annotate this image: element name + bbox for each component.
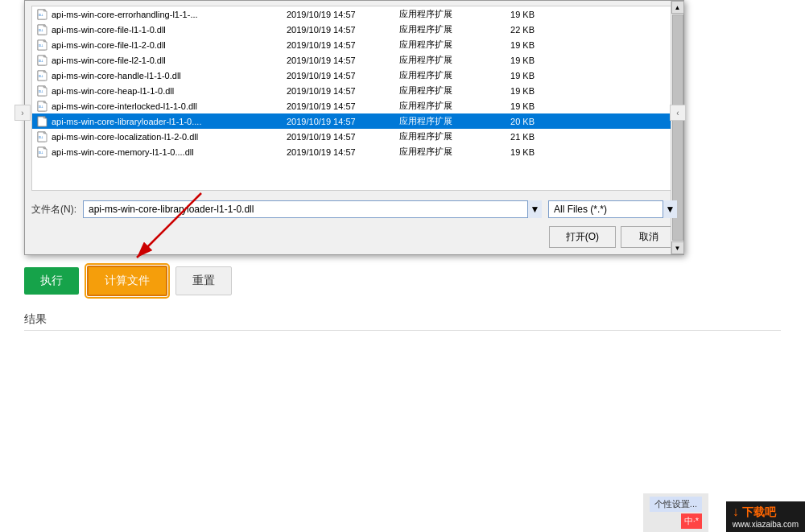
file-name-text: api-ms-win-core-heap-l1-1-0.dll [52,86,174,96]
dll-file-icon: DLL [37,116,48,127]
watermark-brand-text: 下载吧 [742,505,776,518]
chevron-right-icon: ‹ [676,109,679,118]
file-list-item[interactable]: DLL api-ms-win-core-errorhandling-l1-1-.… [32,6,676,22]
cancel-button[interactable]: 取消 [621,226,677,248]
chevron-left-icon: › [21,109,23,118]
file-name-cell: DLL api-ms-win-core-localization-l1-2-0.… [32,130,282,143]
dll-file-icon: DLL [37,85,48,97]
reset-button[interactable]: 重置 [175,266,232,295]
file-date-cell: 2019/10/19 14:57 [282,116,394,127]
dropdown-arrow-icon: ▼ [530,204,540,215]
file-date-cell: 2019/10/19 14:57 [282,101,394,112]
file-type-cell: 应用程序扩展 [394,53,483,67]
file-list-item[interactable]: DLL api-ms-win-core-interlocked-l1-1-0.d… [32,98,676,113]
file-name-cell: DLL api-ms-win-core-heap-l1-1-0.dll [32,85,282,97]
watermark-brand: ↓ 下载吧 [733,505,799,520]
filetype-input[interactable] [548,200,677,218]
svg-text:DLL: DLL [39,60,43,63]
file-name-cell: DLL api-ms-win-core-errorhandling-l1-1-.… [32,8,282,21]
file-name-cell: DLL api-ms-win-core-libraryloader-l1-1-0… [32,115,282,128]
file-type-cell: 应用程序扩展 [394,114,483,128]
file-date-cell: 2019/10/19 14:57 [282,24,394,35]
file-name-text: api-ms-win-core-file-l2-1-0.dll [52,56,166,65]
right-panel-toggle[interactable]: ‹ [670,105,686,121]
file-date-cell: 2019/10/19 14:57 [282,131,394,142]
filename-input-wrapper: ▼ [83,200,542,218]
execute-button[interactable]: 执行 [24,267,79,295]
svg-text:DLL: DLL [39,121,43,124]
file-type-cell: 应用程序扩展 [394,130,483,143]
filetype-dropdown-btn[interactable]: ▼ [663,200,677,218]
calculate-button[interactable]: 计算文件 [87,266,167,296]
file-name-text: api-ms-win-core-libraryloader-l1-1-0.... [52,117,201,126]
file-name-cell: DLL api-ms-win-core-file-l2-1-0.dll [32,54,282,67]
file-name-cell: DLL api-ms-win-core-file-l1-1-0.dll [32,23,282,36]
file-date-cell: 2019/10/19 14:57 [282,85,394,97]
ime-tray-item[interactable]: 中·* [681,513,702,529]
watermark-url: www.xiazaiba.com [733,520,799,529]
dialog-scrollbar[interactable]: ▲ ▼ [671,6,677,191]
file-name-cell: DLL api-ms-win-core-interlocked-l1-1-0.d… [32,100,282,113]
file-type-cell: 应用程序扩展 [394,68,483,82]
filename-label: 文件名(N): [31,203,76,217]
dll-file-icon: DLL [37,24,48,35]
file-list-container: DLL api-ms-win-core-errorhandling-l1-1-.… [31,6,677,191]
file-name-text: api-ms-win-core-localization-l1-2-0.dll [52,132,198,142]
file-name-text: api-ms-win-core-errorhandling-l1-1-... [52,10,198,19]
svg-text:DLL: DLL [39,14,43,17]
file-size-cell: 19 KB [483,85,539,97]
file-size-cell: 19 KB [483,55,539,66]
file-size-cell: 19 KB [483,70,539,81]
dll-file-icon: DLL [37,146,48,158]
file-type-cell: 应用程序扩展 [394,7,483,21]
left-panel-toggle[interactable]: › [14,105,31,121]
result-section: 结果 [24,312,781,331]
file-list-item[interactable]: DLL api-ms-win-core-file-l2-1-0.dll 2019… [32,52,676,68]
file-date-cell: 2019/10/19 14:57 [282,70,394,81]
file-size-cell: 19 KB [483,101,539,112]
open-button[interactable]: 打开(O) [549,226,616,248]
scrollbar-thumb[interactable] [672,14,678,191]
file-name-text: api-ms-win-core-file-l1-1-0.dll [52,25,166,35]
file-list-item[interactable]: DLL api-ms-win-core-file-l1-2-0.dll 2019… [32,37,676,52]
file-name-text: api-ms-win-core-memory-l1-1-0....dll [52,147,194,157]
file-name-text: api-ms-win-core-interlocked-l1-1-0.dll [52,101,197,111]
file-list-item[interactable]: DLL api-ms-win-core-libraryloader-l1-1-0… [32,113,676,129]
file-date-cell: 2019/10/19 14:57 [282,55,394,66]
file-date-cell: 2019/10/19 14:57 [282,9,394,20]
dll-file-icon: DLL [37,70,48,81]
watermark: ↓ 下载吧 www.xiazaiba.com [726,501,805,532]
svg-text:DLL: DLL [39,44,43,47]
scrollbar-up-btn[interactable]: ▲ [671,6,678,14]
file-list-item[interactable]: DLL api-ms-win-core-memory-l1-1-0....dll… [32,144,676,159]
personalize-tray-item[interactable]: 个性设置... [650,497,702,512]
file-list-item[interactable]: DLL api-ms-win-core-heap-l1-1-0.dll 2019… [32,83,676,98]
file-type-cell: 应用程序扩展 [394,145,483,159]
dll-file-icon: DLL [37,9,48,20]
dll-file-icon: DLL [37,101,48,112]
svg-text:DLL: DLL [39,75,43,78]
result-label: 结果 [24,312,781,331]
file-type-cell: 应用程序扩展 [394,99,483,113]
file-size-cell: 19 KB [483,39,539,51]
svg-text:DLL: DLL [39,105,43,109]
file-date-cell: 2019/10/19 14:57 [282,146,394,158]
dialog-buttons: 打开(O) 取消 [25,223,683,254]
file-type-cell: 应用程序扩展 [394,84,483,97]
filename-bar: 文件名(N): ▼ ▼ [25,196,683,223]
dll-file-icon: DLL [37,131,48,142]
file-size-cell: 19 KB [483,146,539,158]
file-open-dialog: DLL api-ms-win-core-errorhandling-l1-1-.… [24,0,684,255]
filetype-wrapper: ▼ [548,200,677,218]
filename-input[interactable] [83,200,542,218]
svg-text:DLL: DLL [39,90,43,93]
file-list: DLL api-ms-win-core-errorhandling-l1-1-.… [32,6,676,159]
file-list-item[interactable]: DLL api-ms-win-core-file-l1-1-0.dll 2019… [32,22,676,37]
system-tray: 个性设置... 中·* [643,493,708,532]
file-list-item[interactable]: DLL api-ms-win-core-localization-l1-2-0.… [32,129,676,144]
file-list-item[interactable]: DLL api-ms-win-core-handle-l1-1-0.dll 20… [32,68,676,83]
filename-dropdown-btn[interactable]: ▼ [527,200,542,218]
file-type-cell: 应用程序扩展 [394,38,483,52]
svg-text:DLL: DLL [39,151,43,155]
filetype-arrow-icon: ▼ [666,204,675,215]
